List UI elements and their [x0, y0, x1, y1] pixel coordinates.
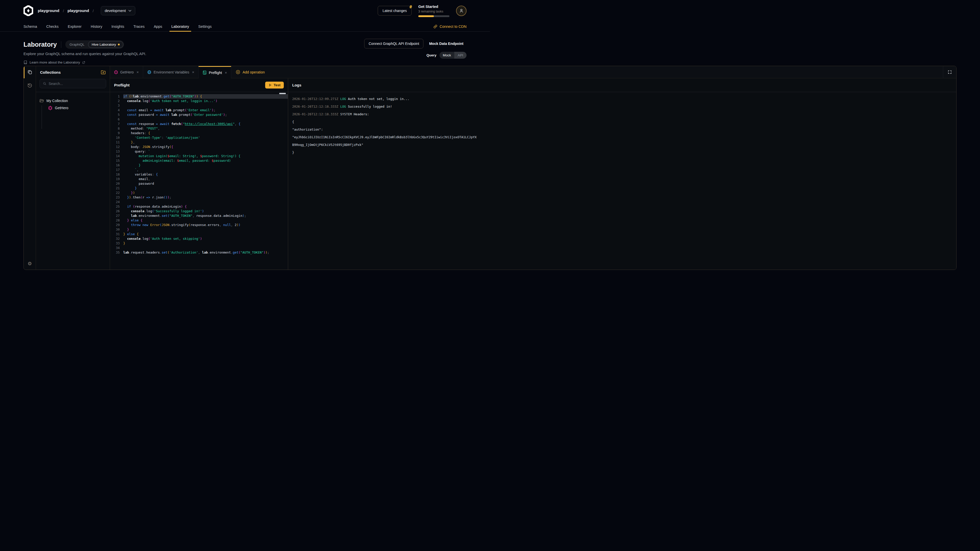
- code-line[interactable]: 8 method: "POST",: [110, 126, 288, 131]
- mode-pill-hive-laboratory[interactable]: Hive Laboratory: [88, 41, 123, 48]
- chevron-down-icon: [128, 10, 131, 12]
- editor-scrollbar-handle[interactable]: [279, 93, 286, 94]
- line-number: 30: [110, 227, 123, 232]
- code-line[interactable]: 23 }).then(r => r.json());: [110, 195, 288, 200]
- code-line[interactable]: 29 throw new Error(JSON.stringify(respon…: [110, 223, 288, 227]
- code-line[interactable]: 10 'Content-Type': 'application/json': [110, 135, 288, 140]
- settings-rail-button[interactable]: ⚙: [24, 257, 36, 270]
- collection-operation-row[interactable]: GetHero: [40, 104, 106, 111]
- log-json-line: "authorization":: [292, 126, 490, 133]
- code-line[interactable]: 27 lab.environment.set("AUTH_TOKEN", res…: [110, 213, 288, 218]
- query-mode-api[interactable]: API: [454, 52, 466, 59]
- get-started-progress-fill: [418, 15, 434, 17]
- code-line[interactable]: 7 const response = await fetch("http://l…: [110, 122, 288, 126]
- code-line[interactable]: 1if (!lab.environment.get("AUTH_TOKEN"))…: [110, 94, 288, 99]
- search-input[interactable]: [49, 82, 103, 86]
- line-number: 9: [110, 131, 123, 135]
- add-collection-button[interactable]: [101, 70, 106, 75]
- laboratory-mode-toggle: GraphiQL Hive Laboratory: [65, 40, 124, 49]
- code-line[interactable]: 2 console.log('Auth token not set, loggi…: [110, 99, 288, 103]
- learn-more-link[interactable]: Learn more about the Laboratory: [24, 60, 466, 64]
- mode-pill-graphiql[interactable]: GraphiQL: [66, 41, 88, 48]
- line-number: 4: [110, 108, 123, 113]
- code-line[interactable]: 15 adminLogin(email: $email, password: $…: [110, 159, 288, 163]
- mock-endpoint-button[interactable]: Mock Data Endpoint: [426, 39, 466, 48]
- nav-tab-traces[interactable]: Traces: [129, 21, 149, 32]
- close-tab-icon[interactable]: ×: [137, 70, 139, 74]
- line-number: 15: [110, 159, 123, 163]
- log-entry: 2026-01-26T12:12:18.333Z SYSTEM Headers:: [292, 110, 490, 118]
- code-line[interactable]: 4 const email = await lab.prompt('Enter …: [110, 108, 288, 113]
- connect-endpoint-button[interactable]: Connect GraphQL API Endpoint: [364, 39, 423, 48]
- tab-preflight[interactable]: Preflight ×: [199, 66, 231, 78]
- code-line[interactable]: 28 } else {: [110, 218, 288, 223]
- nav-tab-history[interactable]: History: [86, 21, 107, 32]
- log-entry: 2026-01-26T12:12:09.271Z LOG Auth token …: [292, 95, 490, 103]
- code-line[interactable]: 34: [110, 246, 288, 250]
- nav-tab-insights[interactable]: Insights: [107, 21, 129, 32]
- code-line[interactable]: 16 }: [110, 163, 288, 168]
- code-line[interactable]: 30 }: [110, 227, 288, 232]
- laboratory-workspace: ⚙ Collections: [24, 66, 490, 270]
- breadcrumb-org[interactable]: playground: [38, 8, 59, 13]
- breadcrumb-project[interactable]: playground: [68, 8, 89, 13]
- code-line[interactable]: 9 headers: {: [110, 131, 288, 135]
- code-line[interactable]: 20 password: [110, 181, 288, 186]
- code-line[interactable]: 24: [110, 200, 288, 204]
- nav-tab-laboratory[interactable]: Laboratory: [167, 21, 194, 32]
- link-icon: [433, 24, 438, 29]
- target-select[interactable]: development: [101, 6, 135, 15]
- code-line[interactable]: 19 email,: [110, 177, 288, 181]
- code-line[interactable]: 6: [110, 117, 288, 122]
- test-button[interactable]: Test: [265, 82, 284, 89]
- code-line[interactable]: 26 console.log('Successfully logged in!'…: [110, 209, 288, 213]
- code-line[interactable]: 14 mutation Login($email: String!, $pass…: [110, 154, 288, 159]
- code-line[interactable]: 18 variables: {: [110, 172, 288, 177]
- line-number: 17: [110, 168, 123, 172]
- nav-tab-settings[interactable]: Settings: [194, 21, 216, 32]
- play-icon: [269, 83, 272, 87]
- line-number: 35: [110, 250, 123, 255]
- nav-tab-explorer[interactable]: Explorer: [63, 21, 86, 32]
- connect-to-cdn-link[interactable]: Connect to CDN: [433, 21, 471, 32]
- query-mode-mock[interactable]: Mock: [439, 52, 454, 59]
- history-rail-button[interactable]: [24, 78, 36, 92]
- code-line[interactable]: 21 }: [110, 186, 288, 191]
- get-started-widget[interactable]: Get Started 3 remaining tasks: [418, 4, 449, 17]
- graphql-icon: [114, 70, 118, 74]
- tab-gethero[interactable]: GetHero ×: [110, 66, 143, 78]
- collection-folder-row[interactable]: My Collection: [40, 97, 106, 104]
- close-tab-icon[interactable]: ×: [192, 70, 194, 74]
- hive-logo-icon[interactable]: [24, 5, 33, 16]
- code-editor[interactable]: 1if (!lab.environment.get("AUTH_TOKEN"))…: [110, 92, 288, 270]
- add-operation-button[interactable]: Add operation: [231, 66, 269, 78]
- nav-tab-checks[interactable]: Checks: [41, 21, 63, 32]
- line-number: 23: [110, 195, 123, 200]
- code-line[interactable]: 31} else {: [110, 232, 288, 237]
- tab-environment-variables[interactable]: Environment Variables ×: [143, 66, 199, 78]
- logs-output[interactable]: 2026-01-26T12:12:09.271Z LOG Auth token …: [288, 92, 490, 270]
- collections-search[interactable]: [40, 79, 106, 88]
- code-line[interactable]: 35lab.request.headers.set('Authorization…: [110, 250, 288, 255]
- code-line[interactable]: 12 body: JSON.stringify({: [110, 144, 288, 149]
- line-number: 12: [110, 144, 123, 149]
- code-line[interactable]: 13 query: `: [110, 149, 288, 154]
- user-avatar[interactable]: [456, 6, 466, 16]
- close-tab-icon[interactable]: ×: [225, 70, 227, 75]
- code-line[interactable]: 22 }): [110, 191, 288, 195]
- plus-circle-icon: [236, 70, 240, 74]
- code-line[interactable]: 17 `,: [110, 168, 288, 172]
- code-line[interactable]: 33}: [110, 241, 288, 246]
- code-line[interactable]: 11 },: [110, 140, 288, 144]
- code-line[interactable]: 32 console.log('Auth token set, skipping…: [110, 237, 288, 241]
- latest-changes-button[interactable]: Latest changes: [378, 6, 412, 16]
- nav-tab-schema[interactable]: Schema: [19, 21, 41, 32]
- line-number: 22: [110, 191, 123, 195]
- page-header: Laboratory GraphiQL Hive Laboratory Expl…: [0, 32, 490, 64]
- code-line[interactable]: 25 if (response.data.adminLogin) {: [110, 204, 288, 209]
- collections-rail-button[interactable]: [24, 66, 36, 78]
- nav-tab-apps[interactable]: Apps: [149, 21, 167, 32]
- code-line[interactable]: 3: [110, 103, 288, 108]
- code-line[interactable]: 5 const password = await lab.prompt('Ent…: [110, 113, 288, 117]
- line-number: 32: [110, 237, 123, 241]
